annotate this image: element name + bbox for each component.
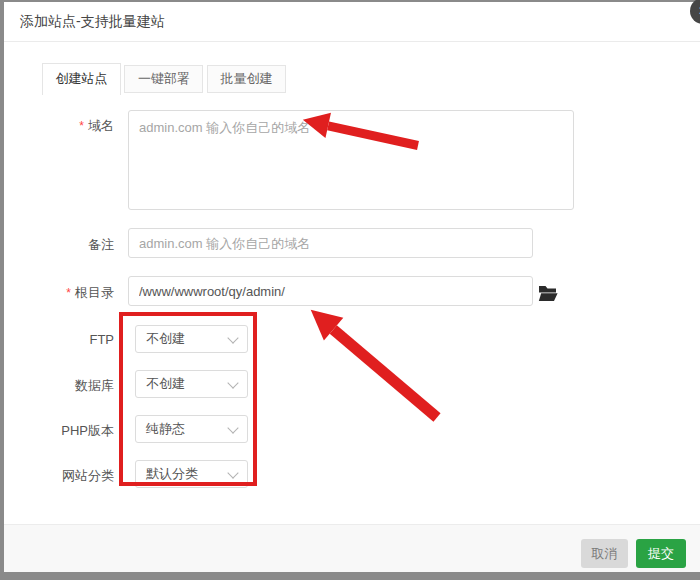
note-label-text: 备注: [88, 237, 114, 252]
domain-label: *域名: [4, 117, 114, 135]
tab-bar: 创建站点 一键部署 批量创建: [42, 63, 286, 97]
database-select[interactable]: 不创建: [135, 370, 248, 398]
chevron-down-icon: [227, 377, 238, 388]
add-site-dialog: 添加站点-支持批量建站 ✕ 创建站点 一键部署 批量创建 *域名 备注 *根目录…: [4, 2, 700, 572]
database-label-text: 数据库: [75, 378, 114, 393]
site-category-select-value: 默认分类: [146, 466, 198, 481]
cancel-button[interactable]: 取消: [581, 539, 628, 568]
dialog-header: 添加站点-支持批量建站: [4, 2, 700, 42]
required-mark: *: [79, 119, 84, 133]
ftp-select-value: 不创建: [146, 331, 185, 346]
annotation-arrow-root-dir: [330, 325, 441, 421]
domain-label-text: 域名: [88, 118, 114, 133]
required-mark: *: [66, 286, 71, 300]
php-version-select-value: 纯静态: [146, 421, 185, 436]
ftp-label: FTP: [4, 332, 114, 347]
tab-one-click-deploy[interactable]: 一键部署: [124, 65, 203, 93]
tab-batch-create[interactable]: 批量创建: [207, 65, 286, 93]
site-category-select[interactable]: 默认分类: [135, 460, 248, 488]
chevron-down-icon: [227, 332, 238, 343]
php-version-label: PHP版本: [4, 422, 114, 440]
database-label: 数据库: [4, 377, 114, 395]
root-dir-label-text: 根目录: [75, 285, 114, 300]
ftp-label-text: FTP: [89, 332, 114, 347]
note-input[interactable]: [128, 228, 533, 258]
database-select-value: 不创建: [146, 376, 185, 391]
dialog-title: 添加站点-支持批量建站: [20, 2, 165, 41]
php-version-select[interactable]: 纯静态: [135, 415, 248, 443]
chevron-down-icon: [227, 467, 238, 478]
submit-button[interactable]: 提交: [636, 539, 686, 568]
chevron-down-icon: [227, 422, 238, 433]
php-version-label-text: PHP版本: [61, 423, 114, 438]
dialog-footer: 取消 提交: [4, 524, 700, 572]
site-category-label: 网站分类: [4, 467, 114, 485]
domain-textarea[interactable]: [128, 110, 574, 210]
folder-open-icon[interactable]: [538, 285, 558, 302]
ftp-select[interactable]: 不创建: [135, 325, 248, 353]
tab-create-site[interactable]: 创建站点: [42, 63, 121, 95]
note-label: 备注: [4, 236, 114, 254]
site-category-label-text: 网站分类: [62, 468, 114, 483]
root-dir-input[interactable]: [128, 276, 533, 306]
root-dir-label: *根目录: [4, 284, 114, 302]
